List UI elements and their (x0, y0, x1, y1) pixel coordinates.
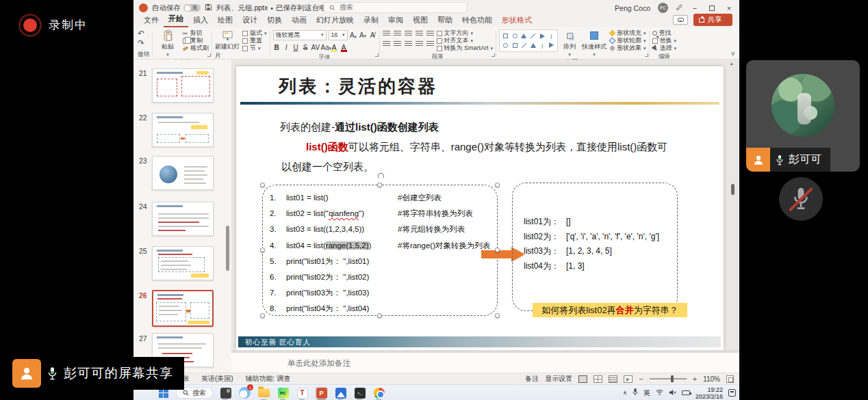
code-textbox[interactable]: 1.list01 = list()#创建空列表 2.list02 = list(… (262, 185, 498, 316)
undo-button[interactable]: ↶ (138, 29, 144, 38)
resize-handle[interactable] (377, 313, 382, 318)
thumbnail-slide-21[interactable] (152, 68, 214, 103)
tab-view[interactable]: 视图 (408, 15, 433, 27)
zoom-in-button[interactable]: + (693, 375, 697, 383)
fit-slide-button[interactable] (726, 375, 734, 383)
shapes-gallery[interactable]: { } (499, 29, 558, 52)
collapse-ribbon-icon[interactable]: ∨ (730, 50, 735, 57)
shrink-font-button[interactable]: A▾ (359, 31, 367, 39)
tab-transitions[interactable]: 切换 (262, 15, 287, 27)
line-spacing-button[interactable] (426, 31, 434, 37)
resize-handle[interactable] (495, 248, 500, 252)
weather-widget-icon[interactable]: 1 (238, 386, 251, 399)
dialog-launcher-icon[interactable] (492, 53, 495, 57)
change-case-button[interactable]: Aa▾ (321, 44, 329, 51)
reading-view-button[interactable] (609, 375, 617, 383)
ink-edit-icon[interactable] (676, 4, 682, 12)
section-button[interactable]: 节▾ (242, 44, 267, 52)
clear-format-button[interactable]: A̸ (369, 31, 376, 39)
rotate-handle-icon[interactable] (378, 173, 384, 179)
tab-draw[interactable]: 绘图 (213, 15, 238, 27)
slideshow-button[interactable] (624, 375, 633, 383)
align-right-button[interactable] (405, 41, 412, 47)
dialog-launcher-icon[interactable] (645, 53, 648, 57)
shape-effects-button[interactable]: 形状效果▾ (610, 44, 646, 52)
autosave-switch[interactable]: 关 (183, 4, 201, 12)
hidden-icons-chevron[interactable]: ∧ (623, 390, 627, 396)
tray-mic-icon[interactable] (633, 388, 638, 397)
resize-handle[interactable] (377, 183, 382, 187)
avatar[interactable]: PC (658, 3, 668, 13)
underline-button[interactable]: U (292, 44, 300, 51)
smartart-button[interactable]: 转换为 SmartArt▾ (437, 44, 494, 52)
thumbnail-slide-26-selected[interactable] (152, 290, 214, 327)
zoom-level[interactable]: 110% (703, 375, 720, 383)
wifi-icon[interactable] (656, 389, 663, 397)
tab-special-features[interactable]: 特色功能 (457, 15, 497, 27)
thumbnail-scrollbar[interactable] (226, 226, 229, 271)
terminal-icon[interactable]: >_ (353, 386, 366, 399)
editor-scrollbar[interactable]: ▴ (730, 61, 735, 348)
thumbnail-slide-22[interactable] (152, 113, 214, 147)
select-button[interactable]: 选择▾ (652, 44, 677, 52)
arrange-button[interactable]: 排列 ▾ (561, 29, 578, 57)
format-painter-button[interactable]: 格式刷 (183, 44, 209, 52)
font-name-select[interactable]: 微软雅黑▾ (273, 30, 327, 40)
columns-button[interactable] (426, 41, 434, 47)
tab-insert[interactable]: 插入 (188, 15, 213, 27)
battery-icon[interactable] (682, 390, 690, 395)
decrease-indent-button[interactable] (405, 31, 412, 37)
resize-handle[interactable] (260, 313, 265, 318)
question-callout[interactable]: 如何将列表list02再合并为字符串？ (533, 303, 687, 317)
resize-handle[interactable] (260, 183, 265, 187)
tab-record[interactable]: 录制 (359, 15, 383, 27)
notes-pane[interactable]: 单击此处添加备注 (231, 353, 739, 373)
comments-button[interactable] (673, 15, 688, 25)
thumbnail-slide-23[interactable] (152, 156, 214, 190)
notification-center-icon[interactable] (728, 389, 736, 397)
tab-slideshow[interactable]: 幻灯片放映 (311, 15, 359, 27)
accessibility-status[interactable]: 辅助功能: 调查 (246, 374, 291, 384)
output-textbox[interactable]: list01为：[] list02为：['q', 'i', 'a', 'n', … (512, 183, 678, 311)
autosave-toggle[interactable]: 自动保存 关 (152, 3, 201, 13)
thumbnail-slide-24[interactable] (152, 202, 214, 236)
bullets-button[interactable] (383, 31, 390, 37)
tab-design[interactable]: 设计 (238, 15, 262, 27)
font-color-button[interactable]: A (340, 44, 348, 51)
save-icon[interactable] (205, 3, 212, 12)
account-name[interactable]: Peng Coco (615, 4, 650, 12)
participant-video-tile[interactable]: 彭可可 (746, 60, 860, 172)
clock[interactable]: 19:22 2023/2/16 (695, 386, 723, 400)
paste-button[interactable]: 粘贴 ▾ (155, 29, 180, 57)
numbering-button[interactable] (394, 31, 401, 37)
app-dark-icon[interactable] (219, 386, 232, 399)
bold-button[interactable]: B (273, 44, 281, 51)
tab-file[interactable]: 文件 (139, 15, 164, 27)
zoom-slider[interactable] (650, 378, 687, 379)
strikethrough-button[interactable]: S (302, 44, 309, 51)
highlight-color-button[interactable]: A (331, 44, 338, 51)
tab-shape-format[interactable]: 形状格式 (497, 15, 537, 27)
dialog-launcher-icon[interactable] (207, 53, 211, 57)
microphone-muted-button[interactable] (779, 177, 823, 221)
quick-styles-button[interactable]: 快速样式 ▾ (581, 29, 607, 57)
volume-muted-icon[interactable] (669, 389, 676, 397)
powerpoint-taskbar-icon[interactable]: P (315, 386, 328, 399)
redo-button[interactable]: ↷ (138, 39, 144, 48)
notes-toggle[interactable]: 备注 (525, 374, 539, 384)
font-size-select[interactable]: 16▾ (329, 30, 348, 40)
slide-sorter-view-button[interactable] (593, 375, 602, 383)
app-blue-icon[interactable] (334, 386, 347, 399)
zoom-out-button[interactable]: − (639, 375, 643, 383)
pycharm-icon[interactable]: PC (277, 386, 290, 399)
tab-home[interactable]: 开始 (164, 14, 188, 27)
scroll-up-icon[interactable]: ▴ (730, 61, 733, 66)
resize-handle[interactable] (495, 313, 500, 318)
language-indicator[interactable]: 英语(美国) (201, 374, 233, 384)
character-spacing-button[interactable]: AV (311, 44, 319, 51)
document-title[interactable]: 列表、元组.pptx • 已保存到这台电脑 ▾ (216, 3, 339, 13)
tab-animations[interactable]: 动画 (287, 15, 311, 27)
scrollbar-thumb[interactable] (731, 184, 735, 195)
close-button[interactable]: × (724, 4, 734, 12)
tab-help[interactable]: 帮助 (433, 15, 457, 27)
